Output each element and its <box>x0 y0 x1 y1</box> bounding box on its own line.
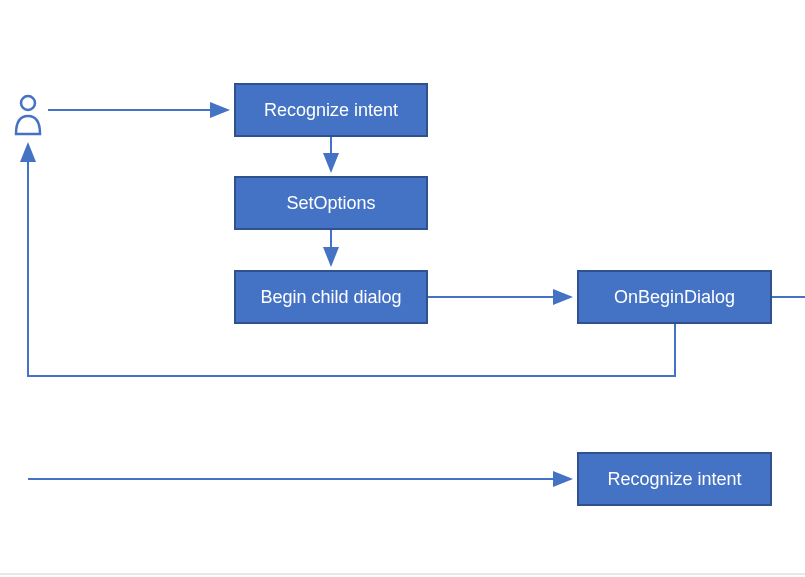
node-recognize-intent-2: Recognize intent <box>577 452 772 506</box>
arrow-onbegin-right-edge <box>772 287 805 307</box>
arrow-user-to-recognize2 <box>28 467 580 491</box>
node-recognize-intent-1: Recognize intent <box>234 83 428 137</box>
figure-divider <box>0 573 805 575</box>
node-label: Recognize intent <box>607 469 741 490</box>
user-icon <box>14 94 42 134</box>
node-label: Recognize intent <box>264 100 398 121</box>
svg-point-0 <box>21 96 35 110</box>
arrow-onbegin-to-user <box>10 136 690 386</box>
arrow-user-to-recognize <box>48 100 240 120</box>
